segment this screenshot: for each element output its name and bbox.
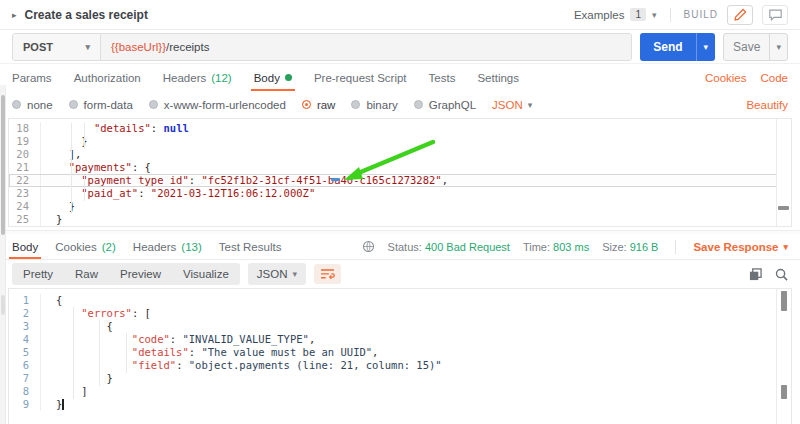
header-actions: Examples 1 ▾ BUILD xyxy=(574,5,788,25)
body-type-label: x-www-form-urlencoded xyxy=(164,99,286,111)
scrollbar-thumb[interactable] xyxy=(778,206,789,210)
tab-count: (2) xyxy=(102,241,116,253)
line-number: 6 xyxy=(9,359,41,372)
request-tab[interactable]: Tests xyxy=(429,64,456,91)
body-type-radio[interactable]: form-data xyxy=(69,99,133,111)
page-scrollbar[interactable] xyxy=(0,85,6,424)
tab-label: Authorization xyxy=(74,72,141,84)
line-number: 2 xyxy=(9,307,41,320)
examples-dropdown[interactable]: Examples 1 ▾ xyxy=(574,8,657,21)
tab-label: Body xyxy=(12,241,38,253)
scrollbar-thumb-secondary xyxy=(1,295,5,315)
response-view-switch: PrettyRawPreviewVisualize xyxy=(12,263,240,285)
response-tab[interactable]: Headers (13) xyxy=(133,234,202,259)
body-type-radios: none form-data x-www-form-urlencoded raw… xyxy=(12,99,476,111)
divider xyxy=(675,240,676,254)
chevron-down-icon: ▾ xyxy=(292,269,297,279)
line-number: 21 xyxy=(9,161,41,174)
wrap-text-button[interactable] xyxy=(314,264,341,284)
radio-icon xyxy=(351,100,360,109)
comments-button[interactable] xyxy=(762,5,788,25)
view-option[interactable]: Preview xyxy=(109,263,172,285)
body-type-radio[interactable]: none xyxy=(12,99,53,111)
tab-label: Headers xyxy=(133,241,176,253)
request-body-editor[interactable]: 18 "details": null 19 } 20 ], 21 "paymen… xyxy=(8,118,792,227)
editor-scrollbar[interactable] xyxy=(776,119,791,226)
radio-icon xyxy=(12,100,21,109)
globe-icon[interactable] xyxy=(362,240,375,253)
scrollbar-thumb[interactable] xyxy=(781,291,787,311)
request-tab[interactable]: Params xyxy=(12,64,52,91)
save-button[interactable]: Save xyxy=(724,34,769,60)
response-format-dropdown[interactable]: JSON ▾ xyxy=(248,263,306,285)
tab-label: Pre-request Script xyxy=(314,72,407,84)
build-label: BUILD xyxy=(684,9,718,20)
tab-count: (13) xyxy=(181,241,201,253)
code-text: "errors": [ xyxy=(56,307,151,320)
cookies-link[interactable]: Cookies xyxy=(705,72,747,84)
body-type-radio[interactable]: raw xyxy=(302,99,336,111)
url-input[interactable]: {{baseUrl}}/receipts xyxy=(101,34,631,60)
body-type-label: form-data xyxy=(84,99,133,111)
response-tab[interactable]: Cookies (2) xyxy=(55,234,116,259)
save-response-button[interactable]: Save Response ▾ xyxy=(693,241,788,253)
scrollbar-thumb[interactable] xyxy=(1,95,5,235)
url-bar-row: POST ▾ {{baseUrl}}/receipts Send ▾ Save … xyxy=(0,30,800,64)
editor-scrollbar[interactable] xyxy=(776,289,791,424)
cursor-position-marker xyxy=(781,385,787,399)
send-button-group: Send ▾ xyxy=(640,33,715,61)
collapse-arrow-icon[interactable]: ▸ xyxy=(12,10,17,20)
request-tab[interactable]: Settings xyxy=(477,64,519,91)
request-tab[interactable]: Body xyxy=(254,64,292,91)
body-type-radio[interactable]: x-www-form-urlencoded xyxy=(149,99,286,111)
code-line: 9 } xyxy=(9,398,791,411)
copy-icon[interactable] xyxy=(749,268,762,281)
code-link[interactable]: Code xyxy=(761,72,789,84)
edit-documentation-button[interactable] xyxy=(727,5,753,25)
line-number: 19 xyxy=(9,135,41,148)
response-meta-row: Body Cookies (2) Headers (13) Test Resul… xyxy=(0,234,800,260)
divider xyxy=(670,8,671,22)
response-tab[interactable]: Test Results xyxy=(219,234,282,259)
code-line: 3 { xyxy=(9,320,791,333)
body-type-label: none xyxy=(27,99,53,111)
response-body-editor[interactable]: 1 { 2 "errors": [ 3 { 4 "code": "INVALID… xyxy=(8,288,792,424)
code-text: } xyxy=(56,372,113,385)
request-links: Cookies Code xyxy=(705,64,788,91)
tab-label: Cookies xyxy=(55,241,97,253)
request-tab[interactable]: Pre-request Script xyxy=(314,64,407,91)
request-tab[interactable]: Authorization xyxy=(74,64,141,91)
code-line: 8 ] xyxy=(9,385,791,398)
body-type-radio[interactable]: GraphQL xyxy=(414,99,476,111)
line-number: 23 xyxy=(9,187,41,200)
body-type-radio[interactable]: binary xyxy=(351,99,397,111)
indent-guide xyxy=(126,333,127,373)
code-line: 1 { xyxy=(9,294,791,307)
send-options-button[interactable]: ▾ xyxy=(696,33,716,61)
method-dropdown[interactable]: POST ▾ xyxy=(13,34,101,60)
search-icon[interactable] xyxy=(775,268,788,281)
chevron-down-icon: ▾ xyxy=(652,10,657,20)
view-option[interactable]: Raw xyxy=(64,263,109,285)
view-option[interactable]: Visualize xyxy=(172,263,240,285)
format-label: JSON xyxy=(257,268,288,280)
radio-icon xyxy=(149,100,158,109)
code-text: { xyxy=(56,294,62,307)
send-button[interactable]: Send xyxy=(640,33,695,61)
tab-label: Settings xyxy=(477,72,519,84)
code-text: "field": "object.payments (line: 21, col… xyxy=(56,359,442,372)
code-text: ], xyxy=(56,148,81,161)
format-label: JSON xyxy=(492,99,523,111)
view-option[interactable]: Pretty xyxy=(12,263,64,285)
response-tab[interactable]: Body xyxy=(12,234,38,259)
raw-format-dropdown[interactable]: JSON ▾ xyxy=(492,99,532,111)
response-status-bar: Status: 400 Bad Request Time: 803 ms Siz… xyxy=(362,234,788,259)
code-text: "paid_at": "2021-03-12T16:06:12.000Z" xyxy=(56,187,315,200)
response-tabs: Body Cookies (2) Headers (13) Test Resul… xyxy=(12,234,281,259)
beautify-link[interactable]: Beautify xyxy=(746,99,788,111)
save-options-button[interactable]: ▾ xyxy=(769,34,787,60)
method-url-group: POST ▾ {{baseUrl}}/receipts xyxy=(12,33,632,61)
request-tab[interactable]: Headers (12) xyxy=(163,64,232,91)
code-line: 2 "errors": [ xyxy=(9,307,791,320)
chevron-down-icon: ▾ xyxy=(704,42,709,52)
